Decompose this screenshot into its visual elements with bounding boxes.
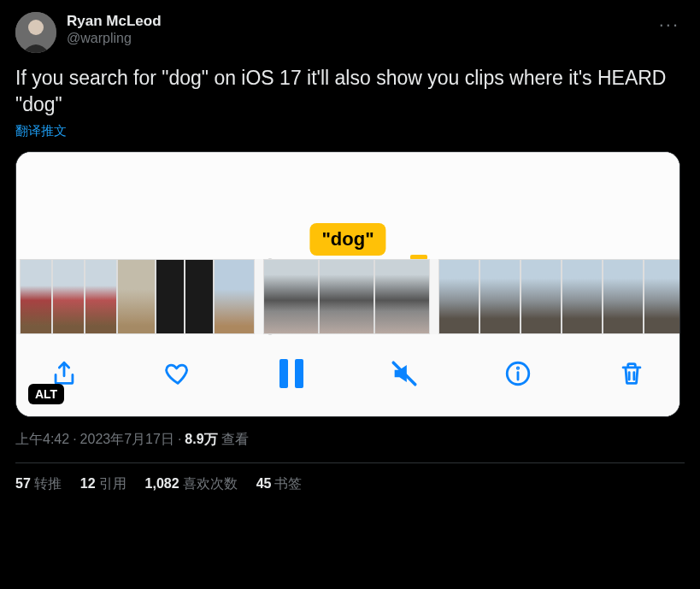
media-card[interactable]: "dog" [15, 151, 680, 417]
tweet-meta: 上午4:42·2023年7月17日·8.9万 查看 [15, 431, 685, 449]
avatar-image [15, 12, 56, 53]
timestamp-time[interactable]: 上午4:42 [15, 432, 69, 446]
tweet-container: Ryan McLeod @warpling ··· If you search … [0, 0, 700, 505]
search-term-badge: "dog" [309, 223, 385, 256]
thumbnail [214, 259, 255, 334]
retweets-label: 转推 [34, 476, 62, 491]
heart-icon[interactable] [159, 355, 197, 392]
views-count: 8.9万 [185, 432, 217, 446]
thumbnail [185, 259, 214, 334]
thumbnail [479, 259, 521, 334]
thumbnail [438, 259, 479, 334]
clip-group-3[interactable] [438, 259, 680, 334]
quotes-stat[interactable]: 12引用 [80, 475, 126, 493]
divider [15, 462, 685, 463]
media-toolbar [16, 334, 679, 416]
thumbnail [319, 259, 374, 334]
timestamp-date[interactable]: 2023年7月17日 [80, 432, 174, 446]
thumbnail [85, 259, 117, 334]
tweet-text: If you search for "dog" on iOS 17 it'll … [15, 65, 685, 118]
thumbnail [52, 259, 85, 334]
mute-icon[interactable] [385, 355, 423, 392]
thumbnail [263, 259, 319, 334]
media-upper: "dog" [16, 152, 679, 259]
display-name[interactable]: Ryan McLeod [67, 12, 654, 30]
tweet-stats: 57转推 12引用 1,082喜欢次数 45书签 [15, 475, 685, 493]
video-timeline[interactable] [16, 259, 679, 334]
likes-stat[interactable]: 1,082喜欢次数 [145, 475, 238, 493]
clip-group-1[interactable] [20, 259, 255, 334]
info-icon[interactable] [499, 355, 537, 392]
svg-point-1 [28, 20, 44, 35]
thumbnail [117, 259, 156, 334]
tweet-header: Ryan McLeod @warpling ··· [15, 12, 685, 53]
thumbnail [521, 259, 562, 334]
quotes-count: 12 [80, 476, 96, 491]
bookmarks-stat[interactable]: 45书签 [256, 475, 303, 493]
likes-label: 喜欢次数 [183, 476, 238, 491]
retweets-count: 57 [15, 476, 31, 491]
alt-badge[interactable]: ALT [28, 384, 64, 404]
bookmarks-label: 书签 [274, 476, 302, 491]
likes-count: 1,082 [145, 476, 179, 491]
retweets-stat[interactable]: 57转推 [15, 475, 62, 493]
thumbnail [156, 259, 185, 334]
pause-icon[interactable] [273, 355, 310, 392]
author-block: Ryan McLeod @warpling [67, 12, 654, 47]
thumbnail [20, 259, 52, 334]
avatar[interactable] [15, 12, 56, 53]
clip-group-2[interactable] [263, 259, 430, 334]
thumbnail [374, 259, 430, 334]
trash-icon[interactable] [613, 355, 650, 392]
quotes-label: 引用 [99, 476, 126, 491]
svg-point-5 [517, 368, 518, 368]
views-label: 查看 [221, 432, 249, 446]
thumbnail [644, 259, 680, 334]
thumbnail [603, 259, 644, 334]
thumbnail [562, 259, 603, 334]
handle[interactable]: @warpling [67, 30, 654, 47]
bookmarks-count: 45 [256, 476, 272, 491]
more-button[interactable]: ··· [654, 12, 685, 38]
translate-link[interactable]: 翻译推文 [15, 123, 67, 139]
